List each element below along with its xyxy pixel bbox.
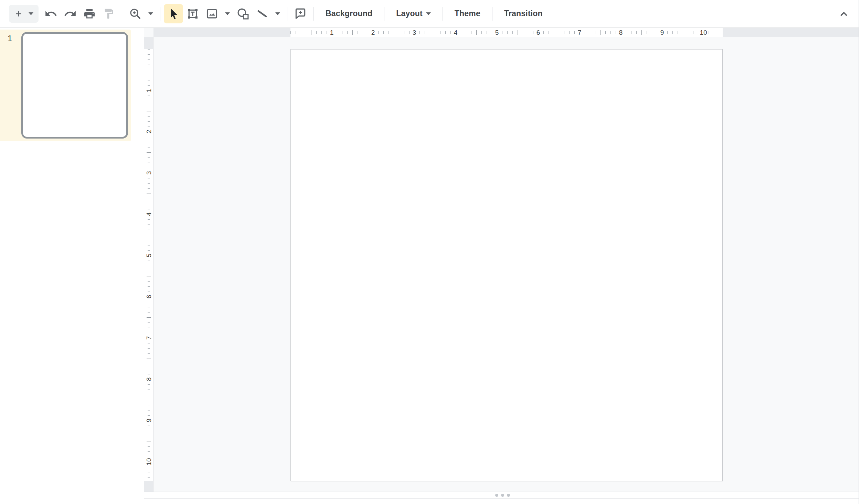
paint-format-icon — [103, 8, 115, 20]
slide-filmstrip: 1 — [0, 28, 144, 504]
slide-thumbnail[interactable] — [21, 32, 128, 139]
hide-menus-button[interactable] — [834, 4, 853, 23]
image-dropdown-caret-icon — [225, 12, 230, 15]
text-box-icon — [186, 7, 199, 20]
chevron-up-icon — [837, 7, 850, 20]
ruler-label: 5 — [146, 252, 152, 259]
zoom-dropdown-caret-icon — [148, 12, 153, 15]
ruler-label: 10 — [698, 29, 709, 36]
toolbar-separator — [122, 7, 122, 21]
ruler-label: 7 — [576, 29, 583, 36]
toolbar-separator — [313, 7, 314, 21]
horizontal-ruler: 12345678910 — [153, 28, 861, 37]
ruler-label: 8 — [617, 29, 625, 36]
ruler-label: 9 — [146, 417, 152, 424]
new-slide-dropdown-caret-icon[interactable] — [29, 12, 33, 15]
undo-button[interactable] — [41, 4, 61, 23]
transition-button-label: Transition — [504, 9, 543, 18]
shape-icon — [236, 7, 249, 20]
cursor-icon — [167, 8, 180, 20]
ruler-label: 10 — [146, 456, 152, 467]
scrollbar-track[interactable] — [859, 0, 861, 504]
plus-icon — [14, 9, 23, 18]
background-button-label: Background — [326, 9, 372, 18]
slide-number: 1 — [8, 34, 12, 43]
text-box-button[interactable] — [183, 4, 202, 23]
shape-button[interactable] — [233, 4, 253, 23]
toolbar: Background Layout Theme Transition — [0, 0, 861, 28]
ruler-label: 7 — [146, 335, 152, 342]
zoom-dropdown-button[interactable] — [145, 4, 157, 23]
line-icon — [256, 7, 269, 20]
toolbar-separator — [287, 7, 287, 21]
vertical-ruler: 12345678910 — [144, 37, 153, 492]
ruler-label: 4 — [452, 29, 459, 36]
ruler-label: 9 — [659, 29, 666, 36]
insert-comment-button[interactable] — [291, 4, 310, 23]
zoom-button[interactable] — [126, 4, 145, 23]
ruler-label: 3 — [146, 169, 152, 177]
ruler-label: 4 — [146, 211, 152, 218]
transition-button[interactable]: Transition — [496, 4, 551, 23]
zoom-icon — [129, 7, 142, 20]
background-button[interactable]: Background — [317, 4, 381, 23]
toolbar-separator — [160, 7, 160, 21]
image-icon — [205, 7, 219, 20]
speaker-notes-resize-handle[interactable] — [144, 492, 861, 498]
image-dropdown-button[interactable] — [222, 4, 233, 23]
ruler-label: 5 — [493, 29, 501, 36]
undo-icon — [44, 7, 57, 20]
print-icon — [83, 8, 96, 20]
ruler-label: 6 — [535, 29, 542, 36]
ruler-label: 2 — [370, 29, 377, 36]
toolbar-separator — [492, 7, 492, 21]
redo-button[interactable] — [61, 4, 80, 23]
slides-editor: Background Layout Theme Transition 1 — [0, 0, 861, 504]
ruler-label: 8 — [146, 376, 152, 383]
ruler-label: 2 — [146, 128, 152, 135]
slide-row-selected[interactable]: 1 — [0, 30, 131, 141]
ruler-label: 6 — [146, 293, 152, 300]
notes-divider — [144, 498, 861, 499]
ruler-label: 3 — [411, 29, 418, 36]
toolbar-separator — [443, 7, 443, 21]
line-dropdown-caret-icon — [275, 12, 280, 15]
slide-canvas[interactable] — [290, 49, 723, 481]
line-tool-button[interactable] — [253, 4, 272, 23]
layout-dropdown-caret-icon — [426, 12, 431, 15]
print-button[interactable] — [80, 4, 99, 23]
drag-handle-dot — [507, 494, 510, 497]
drag-handle-dot — [501, 494, 504, 497]
ruler-corner — [144, 28, 153, 37]
insert-image-button[interactable] — [202, 4, 222, 23]
paint-format-button[interactable] — [99, 4, 118, 23]
horizontal-ruler-half-ticks — [290, 30, 723, 35]
theme-button[interactable]: Theme — [446, 4, 489, 23]
ruler-label: 1 — [146, 87, 152, 94]
redo-icon — [64, 7, 77, 20]
ruler-label: 1 — [328, 29, 336, 36]
theme-button-label: Theme — [455, 9, 480, 18]
toolbar-separator — [384, 7, 384, 21]
horizontal-ruler-page-segment: 12345678910 — [290, 28, 723, 37]
layout-button[interactable]: Layout — [388, 4, 439, 23]
add-comment-icon — [294, 7, 307, 20]
line-dropdown-button[interactable] — [272, 4, 284, 23]
drag-handle-dot — [495, 494, 498, 497]
canvas-workspace — [153, 37, 861, 492]
select-tool-button[interactable] — [164, 4, 183, 23]
new-slide-button[interactable] — [9, 5, 39, 23]
vertical-ruler-page-segment: 12345678910 — [144, 49, 153, 481]
vertical-ruler-half-ticks — [147, 49, 151, 481]
layout-button-label: Layout — [396, 9, 423, 18]
